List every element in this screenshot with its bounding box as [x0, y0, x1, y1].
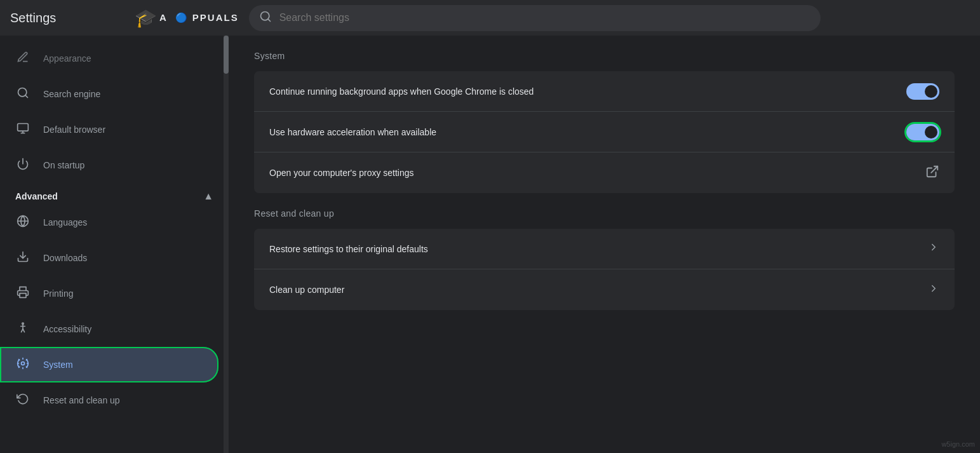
watermark: w5ign.com	[941, 440, 975, 448]
logo-icon: 🎓	[135, 8, 157, 29]
search-bar[interactable]	[249, 5, 821, 31]
on-startup-icon	[15, 158, 30, 173]
main-layout: Appearance Search engine Default browser	[0, 36, 980, 453]
sidebar-item-on-startup[interactable]: On startup	[0, 147, 218, 183]
content-area: System Continue running background apps …	[229, 36, 980, 453]
advanced-section-label: Advanced	[15, 191, 58, 201]
sidebar-item-downloads-label: Downloads	[43, 253, 87, 263]
sidebar-item-system-label: System	[43, 360, 73, 370]
sidebar-item-default-browser-label: Default browser	[43, 125, 105, 135]
system-section-title: System	[254, 51, 955, 61]
background-apps-label: Continue running background apps when Go…	[269, 86, 534, 97]
scroll-track	[224, 36, 229, 453]
hardware-acceleration-slider	[906, 124, 939, 140]
sidebar-item-appearance-label: Appearance	[43, 53, 91, 64]
sidebar-item-languages-label: Languages	[43, 217, 87, 227]
accessibility-icon	[15, 321, 30, 337]
sidebar-item-accessibility[interactable]: Accessibility	[0, 311, 218, 347]
restore-defaults-row[interactable]: Restore settings to their original defau…	[254, 229, 955, 269]
proxy-settings-row[interactable]: Open your computer's proxy settings	[254, 152, 955, 193]
languages-icon	[15, 215, 30, 231]
sidebar-item-search-engine-label: Search engine	[43, 89, 100, 99]
reset-icon	[15, 393, 30, 409]
settings-title: Settings	[10, 11, 124, 25]
restore-defaults-arrow-icon	[928, 241, 939, 256]
sidebar-item-default-browser[interactable]: Default browser	[0, 112, 218, 147]
sidebar-item-system[interactable]: System	[0, 347, 218, 382]
sidebar-item-search-engine[interactable]: Search engine	[0, 76, 218, 112]
background-apps-slider	[906, 83, 939, 100]
sidebar-item-on-startup-label: On startup	[43, 160, 84, 170]
sidebar-item-languages[interactable]: Languages	[0, 205, 218, 240]
svg-rect-4	[18, 123, 29, 131]
restore-defaults-label: Restore settings to their original defau…	[269, 244, 428, 254]
sidebar-item-appearance[interactable]: Appearance	[0, 41, 218, 76]
svg-point-15	[22, 362, 25, 365]
hardware-acceleration-toggle[interactable]	[906, 124, 939, 140]
clean-up-computer-arrow-icon	[928, 283, 939, 297]
sidebar-item-printing[interactable]: Printing	[0, 276, 218, 311]
clean-up-computer-row[interactable]: Clean up computer	[254, 269, 955, 310]
reset-section-title: Reset and clean up	[254, 208, 955, 219]
reset-card: Restore settings to their original defau…	[254, 229, 955, 310]
default-browser-icon	[15, 122, 30, 138]
printing-icon	[15, 286, 30, 302]
background-apps-row: Continue running background apps when Go…	[254, 71, 955, 112]
hardware-acceleration-row: Use hardware acceleration when available	[254, 112, 955, 152]
search-icon	[259, 10, 272, 26]
svg-rect-9	[20, 293, 26, 297]
clean-up-computer-label: Clean up computer	[269, 285, 344, 295]
logo-area: 🎓 A 🔵 PPUALS	[135, 8, 239, 29]
advanced-chevron-icon: ▲	[203, 191, 213, 202]
svg-line-16	[931, 166, 937, 172]
sidebar-item-reset[interactable]: Reset and clean up	[0, 382, 218, 418]
top-bar: Settings 🎓 A 🔵 PPUALS	[0, 0, 980, 36]
svg-line-3	[25, 95, 28, 97]
sidebar-item-printing-label: Printing	[43, 288, 73, 299]
advanced-section-header[interactable]: Advanced ▲	[0, 183, 229, 205]
system-icon	[15, 357, 30, 373]
external-link-icon	[925, 165, 939, 182]
appearance-icon	[15, 51, 30, 67]
background-apps-toggle[interactable]	[906, 83, 939, 100]
system-card: Continue running background apps when Go…	[254, 71, 955, 193]
svg-line-14	[23, 328, 25, 332]
proxy-settings-label: Open your computer's proxy settings	[269, 168, 414, 178]
svg-line-1	[268, 18, 271, 21]
downloads-icon	[15, 250, 30, 266]
sidebar: Appearance Search engine Default browser	[0, 36, 229, 453]
sidebar-item-accessibility-label: Accessibility	[43, 324, 91, 334]
search-engine-icon	[15, 86, 30, 102]
scroll-thumb[interactable]	[224, 36, 229, 74]
hardware-acceleration-label: Use hardware acceleration when available	[269, 127, 436, 137]
sidebar-item-downloads[interactable]: Downloads	[0, 240, 218, 276]
search-input[interactable]	[279, 12, 810, 24]
sidebar-item-reset-label: Reset and clean up	[43, 395, 120, 405]
logo-text: A 🔵 PPUALS	[159, 12, 239, 24]
